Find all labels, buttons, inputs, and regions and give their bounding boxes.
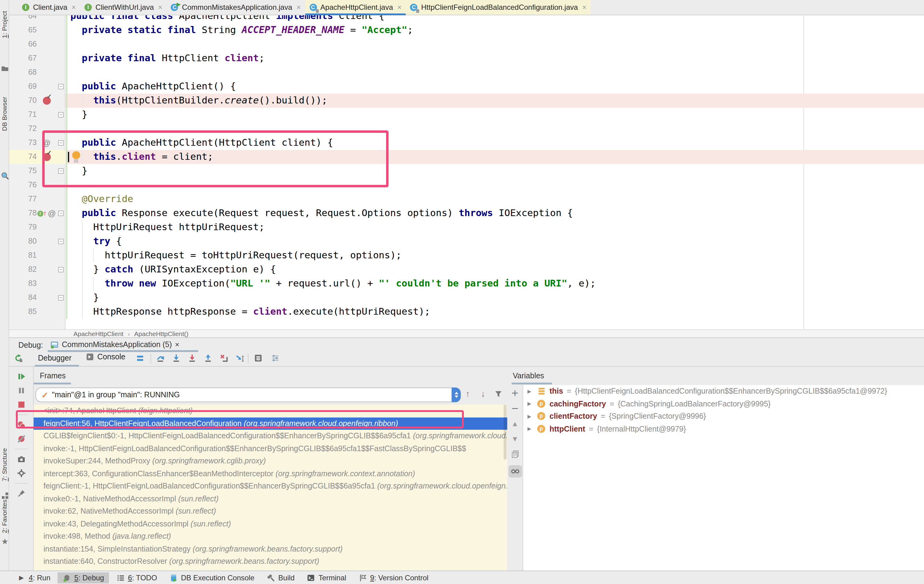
fold-column[interactable] xyxy=(56,277,66,291)
frame-row[interactable]: instantiateUsingFactoryMethod:625, Const… xyxy=(34,568,507,571)
gutter-icons[interactable]: ✓ xyxy=(37,94,56,108)
close-icon[interactable]: × xyxy=(582,3,587,12)
expand-icon[interactable]: ▶ xyxy=(528,389,534,394)
line-number[interactable]: 79 xyxy=(9,220,37,235)
fold-column[interactable] xyxy=(56,66,66,79)
fold-marker-icon[interactable]: − xyxy=(58,112,64,117)
line-number[interactable]: 75 xyxy=(9,164,37,178)
thread-dropdown[interactable]: ✓ "main"@1 in group "main": RUNNING xyxy=(35,387,461,402)
close-icon[interactable]: × xyxy=(72,3,76,12)
sidebar-item-structure[interactable]: 7: Structure xyxy=(1,448,8,481)
code-text[interactable]: public ApacheHttpClient(HttpClient clien… xyxy=(66,136,924,150)
gutter-icons[interactable] xyxy=(37,15,56,23)
dropdown-spinner-icon[interactable] xyxy=(452,387,461,402)
line-number[interactable]: 74 xyxy=(9,150,37,164)
fold-column[interactable]: − xyxy=(56,136,66,150)
fold-marker-icon[interactable]: − xyxy=(58,84,64,89)
code-text[interactable] xyxy=(66,122,924,136)
gutter-icons[interactable] xyxy=(37,23,56,37)
code-line[interactable]: 64public final class ApacheHttpClient im… xyxy=(9,15,924,23)
fold-marker-icon[interactable]: − xyxy=(58,140,64,146)
code-line[interactable]: 74✓ this.client = client; xyxy=(9,150,924,164)
tri-down-icon[interactable]: ▼ xyxy=(511,435,519,443)
step-out-icon[interactable] xyxy=(204,354,212,362)
minus-icon[interactable]: − xyxy=(511,404,519,413)
pause-icon[interactable] xyxy=(17,386,25,395)
code-line[interactable]: 84− } xyxy=(9,291,924,305)
code-line[interactable]: 81 httpUriRequest = toHttpUriRequest(req… xyxy=(9,248,924,263)
fold-column[interactable]: − xyxy=(56,108,66,122)
fold-column[interactable] xyxy=(56,150,66,164)
line-number[interactable]: 71 xyxy=(9,108,37,122)
fold-column[interactable]: − xyxy=(56,291,66,305)
gutter-icons[interactable] xyxy=(37,291,56,305)
structure-icon[interactable] xyxy=(1,491,9,500)
statusbar-item-version-control[interactable]: 9: Version Control xyxy=(354,572,434,583)
tri-up-icon[interactable]: ▲ xyxy=(511,419,519,428)
fold-column[interactable]: − xyxy=(56,263,66,277)
code-text[interactable]: private static final String ACCEPT_HEADE… xyxy=(66,23,924,37)
gutter-icons[interactable] xyxy=(37,263,56,277)
fold-column[interactable] xyxy=(56,15,66,23)
editor-tab-httpclientfeignloadbalancedconfiguration-java[interactable]: CHttpClientFeignLoadBalancedConfiguratio… xyxy=(406,0,591,15)
line-number[interactable]: 80 xyxy=(9,235,37,248)
frame-row[interactable]: invoke0:-1, NativeMethodAccessorImpl (su… xyxy=(34,493,507,505)
fold-column[interactable]: − xyxy=(56,235,66,248)
close-icon[interactable]: × xyxy=(158,3,162,12)
frame-row[interactable]: invoke:62, NativeMethodAccessorImpl (sun… xyxy=(34,505,507,518)
code-text[interactable]: httpUriRequest = toHttpUriRequest(reques… xyxy=(66,248,924,263)
code-line[interactable]: 82− } catch (URISyntaxException e) { xyxy=(9,263,924,277)
gutter-icons[interactable] xyxy=(37,108,56,122)
line-number[interactable]: 77 xyxy=(9,192,37,206)
code-line[interactable]: 68 xyxy=(9,66,924,79)
code-text[interactable]: } xyxy=(66,164,924,178)
sidebar-item-db-browser[interactable]: DB Browser xyxy=(1,97,8,131)
gutter-icons[interactable] xyxy=(37,122,56,136)
code-line[interactable]: 71− } xyxy=(9,108,924,122)
fold-column[interactable] xyxy=(56,178,66,192)
line-number[interactable]: 76 xyxy=(9,178,37,192)
gutter-icons[interactable] xyxy=(37,164,56,178)
code-text[interactable] xyxy=(66,178,924,192)
gutter-icons[interactable] xyxy=(37,192,56,206)
fold-column[interactable] xyxy=(56,122,66,136)
code-line[interactable]: 80− try { xyxy=(9,235,924,248)
code-line[interactable]: 70✓ this(HttpClientBuilder.create().buil… xyxy=(9,94,924,108)
line-number[interactable]: 78 xyxy=(9,206,37,220)
gutter-icons[interactable] xyxy=(37,248,56,263)
close-icon[interactable]: × xyxy=(297,3,301,12)
variable-row[interactable]: ▶pcachingFactory={CachingSpringLoadBalan… xyxy=(523,398,924,410)
pin-icon[interactable] xyxy=(17,489,25,498)
code-text[interactable] xyxy=(66,66,924,79)
previous-frame-button[interactable]: ↑ xyxy=(466,389,470,399)
code-text[interactable]: public ApacheHttpClient() { xyxy=(66,79,924,94)
frame-row[interactable]: feignClient:56, HttpClientFeignLoadBalan… xyxy=(34,417,507,430)
breadcrumb-method[interactable]: ApacheHttpClient() xyxy=(134,330,188,337)
statusbar-item-todo[interactable]: 6: TODO xyxy=(111,572,162,583)
step-into-icon[interactable] xyxy=(172,354,180,362)
fold-column[interactable] xyxy=(56,220,66,235)
debug-session-tab[interactable]: CommonMistakesApplication (5) × xyxy=(48,339,182,350)
code-text[interactable]: } catch (URISyntaxException e) { xyxy=(66,263,924,277)
line-number[interactable]: 72 xyxy=(9,122,37,136)
code-line[interactable]: 76 xyxy=(9,178,924,192)
plus-icon[interactable]: + xyxy=(511,389,519,397)
gutter-icons[interactable] xyxy=(37,66,56,79)
code-line[interactable]: 83 throw new IOException("URL '" + reque… xyxy=(9,277,924,291)
frame-row[interactable]: invokeSuper:244, MethodProxy (org.spring… xyxy=(34,455,507,467)
line-number[interactable]: 85 xyxy=(9,305,37,319)
line-number[interactable]: 64 xyxy=(9,15,37,23)
statusbar-item-debug[interactable]: 5: Debug xyxy=(58,572,109,583)
resume-icon[interactable] xyxy=(17,372,25,381)
code-line[interactable]: 79 HttpUriRequest httpUriRequest; xyxy=(9,220,924,235)
code-line[interactable]: 78I↑@− public Response execute(Request r… xyxy=(9,206,924,220)
statusbar-item-terminal[interactable]: Terminal xyxy=(302,572,351,583)
line-number[interactable]: 65 xyxy=(9,23,37,37)
code-text[interactable]: HttpResponse httpResponse = client.execu… xyxy=(66,305,924,319)
line-number[interactable]: 67 xyxy=(9,51,37,66)
code-line[interactable]: 73@− public ApacheHttpClient(HttpClient … xyxy=(9,136,924,150)
frame-row[interactable]: instantiate:154, SimpleInstantiationStra… xyxy=(34,543,507,555)
evaluate-icon[interactable] xyxy=(254,354,262,362)
db-browser-icon[interactable] xyxy=(1,171,9,180)
gutter-icons[interactable] xyxy=(37,79,56,94)
